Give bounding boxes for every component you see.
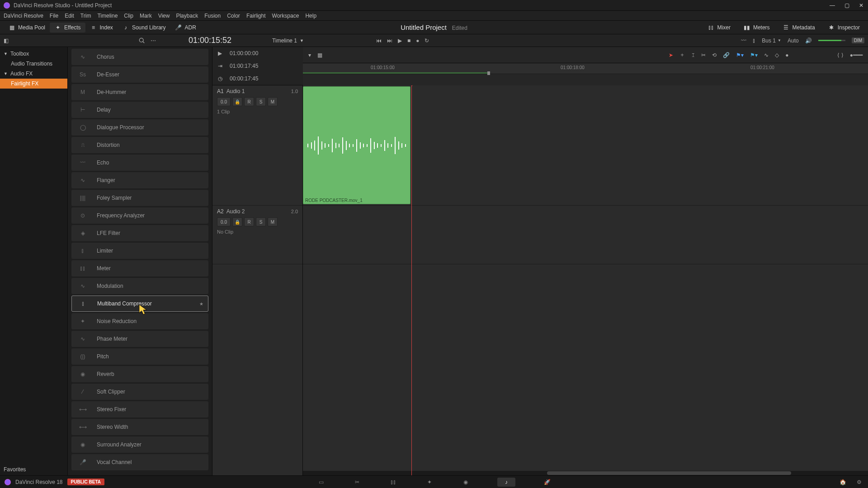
- color-page-icon[interactable]: ◉: [461, 478, 470, 487]
- playhead[interactable]: [411, 85, 412, 475]
- fx-item-surround-analyzer[interactable]: ◉Surround Analyzer: [71, 436, 208, 453]
- track-header-a2[interactable]: A2 Audio 2 2.0 0.0 🔒 R S M No Clip: [212, 206, 302, 264]
- fx-item-de-hummer[interactable]: MDe-Hummer: [71, 84, 208, 100]
- automation-icon[interactable]: 〰: [741, 38, 746, 44]
- search-icon[interactable]: [139, 38, 145, 44]
- menu-davinci[interactable]: DaVinci Resolve: [4, 13, 43, 19]
- zoom-slider-handle[interactable]: ●━━━: [850, 52, 863, 58]
- keyframe-tool-icon[interactable]: ◇: [775, 52, 779, 58]
- fx-item-soft-clipper[interactable]: ∕Soft Clipper: [71, 384, 208, 400]
- media-page-icon[interactable]: ▭: [316, 478, 326, 487]
- flag-blue-icon[interactable]: ⚑▾: [736, 52, 744, 58]
- fx-item-meter[interactable]: ⫿⫿Meter: [71, 260, 208, 277]
- razor-tool-icon[interactable]: ✂: [701, 52, 706, 58]
- mixer-button[interactable]: ⫿⫿ Mixer: [703, 23, 735, 33]
- link-tool-icon[interactable]: 🔗: [723, 52, 730, 58]
- favorite-star-icon[interactable]: ★: [199, 301, 203, 306]
- category-audio-fx[interactable]: ▼ Audio FX: [0, 69, 67, 79]
- mute-button[interactable]: M: [268, 217, 278, 226]
- fx-item-foley-sampler[interactable]: ||||Foley Sampler: [71, 190, 208, 206]
- timeline-canvas[interactable]: RODE PODCASTER.mov_1: [303, 85, 868, 475]
- bus-selector[interactable]: Bus 1 ▼: [762, 38, 781, 44]
- dim-badge[interactable]: DIM: [852, 38, 864, 43]
- menu-color[interactable]: Color: [227, 13, 240, 19]
- text-tool-icon[interactable]: 𝙸: [691, 52, 695, 58]
- fx-item-de-esser[interactable]: SsDe-Esser: [71, 66, 208, 83]
- speaker-icon[interactable]: 🔊: [805, 38, 812, 44]
- menu-timeline[interactable]: Timeline: [97, 13, 118, 19]
- inspector-button[interactable]: ✱ Inspector: [823, 23, 864, 33]
- scrollbar-thumb[interactable]: [547, 471, 791, 475]
- fx-item-frequency-analyzer[interactable]: ⊙Frequency Analyzer: [71, 207, 208, 224]
- settings-icon[interactable]: ⚙: [854, 478, 863, 487]
- fx-item-multiband-compressor[interactable]: ⫿Multiband Compressor★: [71, 296, 208, 312]
- add-tool-icon[interactable]: ＋: [679, 51, 685, 59]
- track-gain[interactable]: 0.0: [217, 217, 231, 226]
- menu-fairlight[interactable]: Fairlight: [246, 13, 266, 19]
- fx-item-limiter[interactable]: ⫿Limiter: [71, 243, 208, 259]
- volume-slider[interactable]: [818, 40, 845, 41]
- auto-label[interactable]: Auto: [788, 38, 799, 44]
- fx-item-reverb[interactable]: ◉Reverb: [71, 366, 208, 382]
- menu-trim[interactable]: Trim: [80, 13, 91, 19]
- fx-item-echo[interactable]: 〰Echo: [71, 155, 208, 171]
- fx-item-flanger[interactable]: ∿Flanger: [71, 172, 208, 188]
- timeline-selector[interactable]: Timeline 1 ▼: [272, 38, 304, 44]
- meters-button[interactable]: ▮▮ Meters: [739, 23, 774, 33]
- mute-button[interactable]: M: [268, 97, 278, 106]
- fx-item-lfe-filter[interactable]: ◈LFE Filter: [71, 225, 208, 241]
- sliders-icon[interactable]: ⫿: [753, 38, 755, 44]
- maximize-button[interactable]: ▢: [844, 2, 850, 9]
- play-button[interactable]: ▶: [398, 38, 402, 44]
- menu-edit[interactable]: Edit: [65, 13, 74, 19]
- waveform-tool-icon[interactable]: ∿: [764, 52, 769, 58]
- lock-icon[interactable]: 🔒: [232, 217, 242, 226]
- fx-item-delay[interactable]: ⊢Delay: [71, 102, 208, 118]
- prev-button[interactable]: ⏮: [376, 38, 382, 44]
- pointer-tool-icon[interactable]: ➤: [669, 52, 673, 58]
- fusion-page-icon[interactable]: ✦: [425, 478, 434, 487]
- expand-tool-icon[interactable]: ⟨ ⟩: [837, 52, 843, 58]
- fx-item-noise-reduction[interactable]: ✦Noise Reduction: [71, 313, 208, 329]
- effects-button[interactable]: ✦ Effects: [50, 23, 85, 33]
- fairlight-page-icon[interactable]: ♪: [497, 478, 515, 487]
- menu-fusion[interactable]: Fusion: [204, 13, 221, 19]
- timeline-ruler[interactable]: 01:00:15:00 01:00:18:00 01:00:21:00 01:0…: [303, 63, 868, 74]
- deliver-page-icon[interactable]: 🚀: [542, 478, 552, 487]
- audio-clip[interactable]: RODE PODCASTER.mov_1: [303, 86, 410, 204]
- minimize-button[interactable]: —: [829, 2, 835, 9]
- fx-item-stereo-width[interactable]: ⟷Stereo Width: [71, 419, 208, 435]
- fx-item-modulation[interactable]: ∿Modulation: [71, 278, 208, 294]
- range-end-handle[interactable]: [487, 71, 490, 75]
- close-button[interactable]: ✕: [858, 2, 864, 9]
- record-arm-button[interactable]: R: [244, 97, 254, 106]
- more-options-icon[interactable]: ⋯: [151, 38, 157, 44]
- record-button[interactable]: ●: [416, 38, 419, 44]
- category-toolbox[interactable]: ▼ Toolbox: [0, 49, 67, 59]
- track-header-a1[interactable]: A1 Audio 1 1.0 0.0 🔒 R S M 1 Clip: [212, 85, 302, 206]
- solo-button[interactable]: S: [256, 97, 266, 106]
- track-gain[interactable]: 0.0: [217, 97, 231, 106]
- stop-button[interactable]: ■: [407, 38, 410, 44]
- solo-button[interactable]: S: [256, 217, 266, 226]
- record-arm-button[interactable]: R: [244, 217, 254, 226]
- horizontal-scrollbar[interactable]: [303, 471, 868, 475]
- category-fairlight-fx[interactable]: Fairlight FX: [0, 79, 67, 89]
- timecode-display[interactable]: 01:00:15:52: [189, 36, 231, 45]
- menu-file[interactable]: File: [50, 13, 58, 19]
- edit-page-icon[interactable]: ⫿⫿: [389, 478, 398, 487]
- fx-item-chorus[interactable]: ∿Chorus: [71, 49, 208, 65]
- menu-help[interactable]: Help: [305, 13, 316, 19]
- track-lane-a1[interactable]: RODE PODCASTER.mov_1: [303, 85, 868, 206]
- media-pool-button[interactable]: ▦ Media Pool: [4, 23, 50, 33]
- adr-button[interactable]: 🎤 ADR: [170, 23, 201, 33]
- sidebar-toggle-icon[interactable]: ◧: [4, 38, 9, 44]
- view-mode-icon[interactable]: ▦: [317, 52, 322, 58]
- fx-item-stereo-fixer[interactable]: ⟷Stereo Fixer: [71, 401, 208, 418]
- loop-button[interactable]: ↻: [425, 38, 429, 44]
- index-button[interactable]: ≡ Index: [85, 23, 118, 33]
- menu-clip[interactable]: Clip: [124, 13, 133, 19]
- sound-library-button[interactable]: ♪ Sound Library: [118, 23, 170, 33]
- category-audio-transitions[interactable]: Audio Transitions: [0, 59, 67, 69]
- menu-playback[interactable]: Playback: [176, 13, 198, 19]
